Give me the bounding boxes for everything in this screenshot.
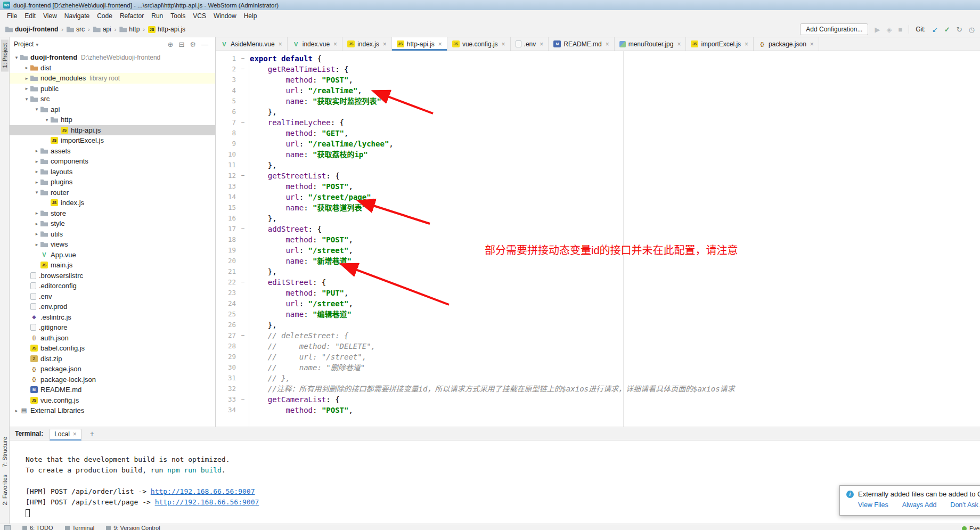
tree-item-.eslintrc.js[interactable]: ◆.eslintrc.js	[10, 312, 215, 323]
code-text[interactable]: // },	[250, 373, 290, 384]
breadcrumb-item-src[interactable]: src	[67, 26, 85, 33]
tree-item-router[interactable]: ▾router	[10, 187, 215, 198]
tree-item-external-libraries[interactable]: ▸▤External Libraries	[10, 405, 215, 416]
chevron-right-icon[interactable]: ▸	[33, 210, 40, 216]
fold-icon[interactable]: −	[236, 117, 250, 128]
breadcrumb-item-duoji-frontend[interactable]: duoji-frontend	[5, 26, 58, 33]
tab-index.vue[interactable]: Vindex.vue×	[288, 37, 342, 51]
tree-item-.editorconfig[interactable]: .editorconfig	[10, 281, 215, 291]
code-text[interactable]: url: "/street",	[250, 298, 353, 309]
code-text[interactable]: url: "/realTime",	[250, 85, 362, 96]
tree-item-http-api.js[interactable]: JShttp-api.js	[10, 125, 215, 136]
close-icon[interactable]: ×	[677, 40, 681, 48]
tree-item-vue.config.js[interactable]: JSvue.config.js	[10, 395, 215, 406]
stop-icon[interactable]: ■	[898, 26, 902, 33]
tab-vue.config.js[interactable]: JSvue.config.js×	[447, 37, 511, 51]
add-configuration-button[interactable]: Add Configuration...	[800, 23, 868, 35]
code-text[interactable]: getRealTimeList: {	[250, 64, 348, 75]
fold-icon[interactable]: −	[236, 53, 250, 64]
chevron-down-icon[interactable]: ▾	[36, 42, 38, 47]
code-text[interactable]: method: "POST",	[250, 181, 353, 192]
tab-package.json[interactable]: {}package.json×	[754, 37, 819, 51]
menu-tools[interactable]: Tools	[167, 11, 189, 21]
git-update-icon[interactable]: ↙	[932, 26, 938, 33]
breadcrumb-item-api[interactable]: api	[93, 26, 111, 33]
breadcrumb-item-http[interactable]: http	[119, 26, 140, 33]
menu-help[interactable]: Help	[240, 11, 261, 21]
tree-item-babel.config.js[interactable]: JSbabel.config.js	[10, 343, 215, 354]
fold-icon[interactable]: −	[236, 64, 250, 75]
tree-item-.env.prod[interactable]: .env.prod	[10, 301, 215, 312]
menu-file[interactable]: File	[3, 11, 21, 21]
terminal-link[interactable]: http://192.168.66.56:9007	[155, 498, 259, 506]
code-text[interactable]: },	[250, 266, 277, 277]
code-text[interactable]: method: "PUT",	[250, 288, 348, 298]
terminal-link[interactable]: http://192.168.66.56:9007	[151, 487, 255, 495]
tab-http-api.js[interactable]: JShttp-api.js×	[392, 37, 447, 51]
tree-item-components[interactable]: ▸components	[10, 156, 215, 167]
tree-item-package.json[interactable]: {}package.json	[10, 364, 215, 374]
chevron-right-icon[interactable]: ▸	[33, 221, 40, 226]
code-text[interactable]: //注释：所有用到删除的接口都需要拼接变量id，所以请求方式采用了挂载在原型链上…	[250, 384, 735, 394]
close-icon[interactable]: ×	[502, 40, 505, 48]
tree-item-duoji-frontend[interactable]: ▾duoji-frontendD:\zheheWeb\duoji-fronten…	[10, 52, 215, 63]
project-panel-title[interactable]: Project	[14, 40, 34, 48]
code-text[interactable]: realTimeLychee: {	[250, 117, 344, 128]
event-log-button[interactable]: Event Log	[962, 526, 980, 530]
statusbar-item-6-todo[interactable]: 6: TODO	[22, 525, 53, 530]
code-text[interactable]: name: "编辑巷道"	[250, 309, 352, 320]
code-text[interactable]: },	[250, 160, 277, 170]
code-text[interactable]: },	[250, 320, 277, 330]
chevron-down-icon[interactable]: ▾	[33, 190, 40, 195]
tree-item-.env[interactable]: .env	[10, 291, 215, 302]
code-text[interactable]: method: "POST",	[250, 405, 353, 415]
close-icon[interactable]: ×	[606, 40, 609, 48]
tool-button-project[interactable]: 1: Project	[1, 39, 9, 71]
chevron-right-icon[interactable]: ▸	[23, 65, 30, 70]
terminal-tab-local[interactable]: Local ×	[50, 429, 81, 441]
close-icon[interactable]: ×	[745, 40, 748, 48]
tree-item-src[interactable]: ▾src	[10, 94, 215, 104]
breadcrumb-item-http-api.js[interactable]: JShttp-api.js	[148, 26, 185, 33]
code-text[interactable]: export default {	[250, 53, 322, 64]
tab-menurouter.jpg[interactable]: menuRouter.jpg×	[615, 37, 687, 51]
code-text[interactable]: name: "获取实时监控列表"	[250, 96, 381, 107]
tree-item-.gitignore[interactable]: .gitignore	[10, 322, 215, 333]
code-text[interactable]: url: "/street",	[250, 245, 353, 256]
tree-item-app.vue[interactable]: VApp.vue	[10, 250, 215, 260]
menu-run[interactable]: Run	[148, 11, 167, 21]
history-icon[interactable]: ◷	[969, 26, 975, 33]
tree-item-dist[interactable]: ▸dist	[10, 63, 215, 74]
chevron-down-icon[interactable]: ▾	[23, 96, 30, 102]
tree-item-http[interactable]: ▾http	[10, 115, 215, 125]
notification-action-always-add[interactable]: Always Add	[902, 501, 937, 509]
tree-item-index.js[interactable]: JSindex.js	[10, 198, 215, 208]
menu-code[interactable]: Code	[93, 11, 116, 21]
code-text[interactable]: name: "新增巷道"	[250, 256, 352, 266]
chevron-right-icon[interactable]: ▸	[33, 242, 40, 247]
git-commit-icon[interactable]: ✓	[944, 26, 950, 33]
fold-icon[interactable]: −	[236, 224, 250, 234]
code-text[interactable]: url: "/realTime/lychee",	[250, 138, 394, 149]
tree-item-package-lock.json[interactable]: {}package-lock.json	[10, 374, 215, 385]
hide-icon[interactable]: —	[199, 41, 211, 48]
chevron-right-icon[interactable]: ▸	[33, 180, 40, 185]
debug-icon[interactable]: ◈	[886, 26, 892, 33]
tree-item-assets[interactable]: ▸assets	[10, 146, 215, 157]
tree-item-public[interactable]: ▸public	[10, 84, 215, 94]
statusbar-item-9-version-control[interactable]: 9: Version Control	[106, 525, 160, 530]
tab-index.js[interactable]: JSindex.js×	[342, 37, 392, 51]
menu-edit[interactable]: Edit	[21, 11, 39, 21]
fold-icon[interactable]: −	[236, 277, 250, 288]
tab-asidemenu.vue[interactable]: VAsideMenu.vue×	[216, 37, 288, 51]
tree-item-readme.md[interactable]: MREADME.md	[10, 385, 215, 395]
code-text[interactable]: getCameraList: {	[250, 394, 340, 405]
menu-window[interactable]: Window	[210, 11, 240, 21]
close-icon[interactable]: ×	[73, 430, 77, 438]
tree-item-auth.json[interactable]: {}auth.json	[10, 333, 215, 344]
chevron-down-icon[interactable]: ▾	[33, 107, 40, 112]
code-editor[interactable]: 1−export default {2− getRealTimeList: {3…	[216, 51, 980, 427]
chevron-right-icon[interactable]: ▸	[33, 159, 40, 164]
tool-window-switcher-icon[interactable]	[4, 525, 11, 530]
code-text[interactable]: addStreet: {	[250, 224, 322, 234]
